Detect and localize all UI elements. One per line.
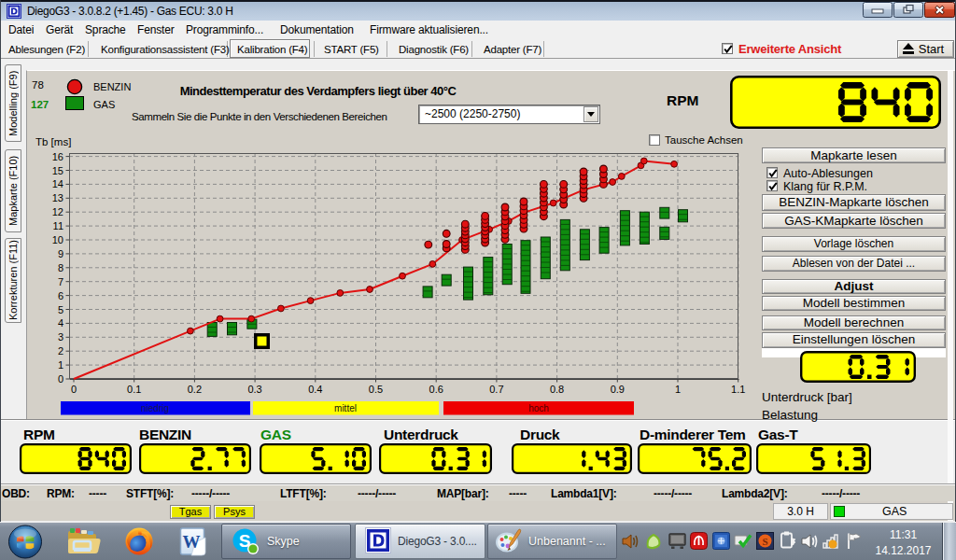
svg-text:0.3: 0.3	[247, 384, 261, 395]
svg-text:niedrig: niedrig	[141, 403, 169, 413]
svg-text:1.1: 1.1	[731, 384, 745, 395]
svg-text:0.4: 0.4	[308, 384, 322, 395]
svg-text:11: 11	[53, 220, 63, 231]
svg-text:9: 9	[58, 248, 63, 259]
svg-text:0.2: 0.2	[188, 384, 202, 395]
svg-text:hoch: hoch	[528, 403, 549, 413]
svg-text:W: W	[183, 532, 201, 552]
svg-text:3: 3	[58, 331, 63, 343]
svg-text:4: 4	[58, 317, 63, 329]
svg-text:S: S	[762, 536, 767, 547]
svg-text:14: 14	[52, 178, 63, 189]
svg-text:0.8: 0.8	[550, 384, 564, 395]
svg-text:0.9: 0.9	[611, 384, 625, 395]
svg-text:0.6: 0.6	[429, 384, 443, 395]
svg-text:6: 6	[58, 290, 63, 301]
svg-text:13: 13	[52, 192, 63, 203]
svg-text:0: 0	[58, 373, 63, 385]
svg-text:1: 1	[675, 384, 681, 395]
svg-text:12: 12	[52, 206, 63, 217]
svg-text:0.5: 0.5	[369, 384, 383, 395]
svg-text:0: 0	[71, 384, 77, 395]
svg-text:16: 16	[52, 151, 63, 162]
svg-text:0.7: 0.7	[489, 384, 503, 395]
svg-text:8: 8	[58, 262, 63, 273]
svg-text:10: 10	[52, 234, 63, 245]
svg-text:5: 5	[58, 304, 63, 315]
svg-text:7: 7	[58, 276, 63, 287]
svg-text:mittel: mittel	[334, 403, 357, 413]
svg-text:2: 2	[58, 345, 63, 357]
svg-text:0.1: 0.1	[127, 384, 141, 395]
svg-text:1: 1	[58, 359, 63, 371]
svg-text:15: 15	[52, 165, 63, 176]
